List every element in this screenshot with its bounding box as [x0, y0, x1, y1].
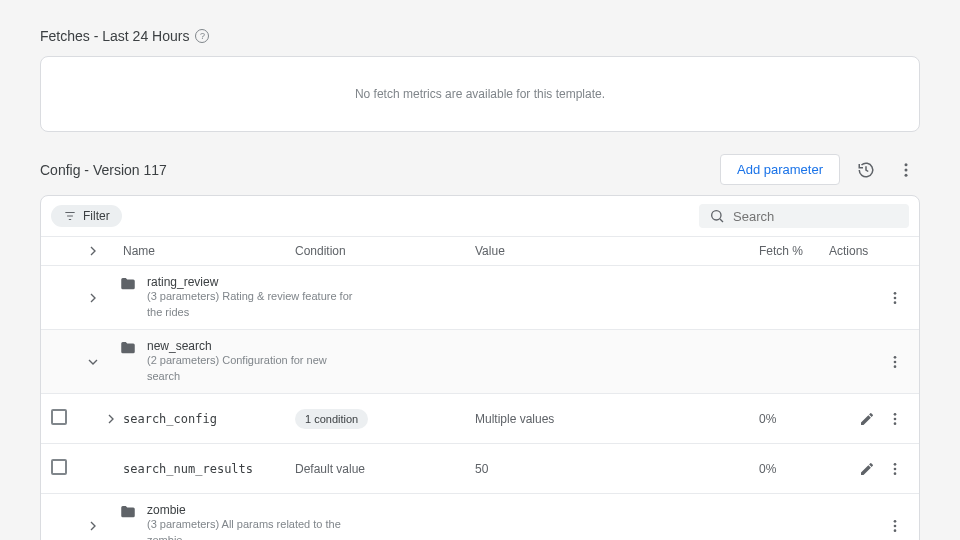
svg-point-21: [894, 524, 897, 527]
svg-point-14: [894, 413, 897, 416]
search-box[interactable]: [699, 204, 909, 228]
svg-point-13: [894, 365, 897, 368]
search-input[interactable]: [733, 209, 901, 224]
param-name: search_config: [123, 412, 217, 426]
chevron-right-icon[interactable]: [85, 243, 101, 259]
group-name: rating_review: [147, 275, 357, 289]
row-more-icon[interactable]: [887, 518, 903, 534]
param-name: search_num_results: [123, 462, 253, 476]
col-condition: Condition: [295, 244, 475, 258]
config-title: Config - Version 117: [40, 162, 167, 178]
condition-text: Default value: [295, 462, 365, 476]
help-icon[interactable]: ?: [195, 29, 209, 43]
chevron-down-icon[interactable]: [85, 354, 101, 370]
svg-point-6: [712, 211, 721, 220]
svg-point-19: [894, 472, 897, 475]
more-icon[interactable]: [892, 156, 920, 184]
edit-icon[interactable]: [859, 411, 875, 427]
group-row[interactable]: zombie(3 parameters) All params related …: [41, 494, 919, 540]
svg-point-22: [894, 529, 897, 532]
group-name: zombie: [147, 503, 357, 517]
filter-button[interactable]: Filter: [51, 205, 122, 227]
condition-chip: 1 condition: [295, 409, 368, 429]
svg-point-16: [894, 422, 897, 425]
search-icon: [709, 208, 725, 224]
folder-icon: [119, 503, 137, 521]
row-checkbox[interactable]: [51, 459, 67, 475]
col-value: Value: [475, 244, 759, 258]
value-text: 50: [475, 462, 488, 476]
col-actions: Actions: [829, 244, 909, 258]
value-text: Multiple values: [475, 412, 554, 426]
add-parameter-label: Add parameter: [737, 162, 823, 177]
svg-point-20: [894, 520, 897, 523]
svg-point-8: [894, 292, 897, 295]
fetch-text: 0%: [759, 462, 776, 476]
edit-icon[interactable]: [859, 461, 875, 477]
svg-point-1: [905, 168, 908, 171]
group-desc: (3 parameters) Rating & review feature f…: [147, 289, 357, 320]
row-more-icon[interactable]: [887, 411, 903, 427]
filter-label: Filter: [83, 209, 110, 223]
chevron-right-icon[interactable]: [103, 411, 119, 427]
history-icon[interactable]: [852, 156, 880, 184]
fetches-empty-message: No fetch metrics are available for this …: [355, 87, 605, 101]
folder-icon: [119, 275, 137, 293]
row-checkbox[interactable]: [51, 409, 67, 425]
col-fetch: Fetch %: [759, 244, 829, 258]
svg-point-12: [894, 360, 897, 363]
group-name: new_search: [147, 339, 357, 353]
row-more-icon[interactable]: [887, 461, 903, 477]
svg-point-2: [905, 173, 908, 176]
row-more-icon[interactable]: [887, 290, 903, 306]
config-title-text: Config - Version 117: [40, 162, 167, 178]
add-parameter-button[interactable]: Add parameter: [720, 154, 840, 185]
config-table: Filter Name Condition Value Fetch % Acti…: [40, 195, 920, 540]
group-row[interactable]: new_search(2 parameters) Configuration f…: [41, 330, 919, 394]
svg-point-17: [894, 463, 897, 466]
group-desc: (2 parameters) Configuration for new sea…: [147, 353, 357, 384]
svg-point-18: [894, 467, 897, 470]
param-row[interactable]: search_config1 conditionMultiple values0…: [41, 394, 919, 444]
group-desc: (3 parameters) All params related to the…: [147, 517, 357, 540]
svg-point-15: [894, 417, 897, 420]
fetch-text: 0%: [759, 412, 776, 426]
chevron-right-icon[interactable]: [85, 290, 101, 306]
chevron-right-icon[interactable]: [85, 518, 101, 534]
svg-point-10: [894, 301, 897, 304]
svg-point-9: [894, 296, 897, 299]
param-row[interactable]: search_num_resultsDefault value500%: [41, 444, 919, 494]
svg-point-0: [905, 163, 908, 166]
svg-line-7: [720, 219, 723, 222]
fetches-title-text: Fetches - Last 24 Hours: [40, 28, 189, 44]
group-row[interactable]: rating_review(3 parameters) Rating & rev…: [41, 266, 919, 330]
fetches-title: Fetches - Last 24 Hours ?: [40, 28, 920, 44]
col-name: Name: [119, 244, 295, 258]
fetches-empty-card: No fetch metrics are available for this …: [40, 56, 920, 132]
row-more-icon[interactable]: [887, 354, 903, 370]
table-header: Name Condition Value Fetch % Actions: [41, 236, 919, 266]
svg-point-11: [894, 356, 897, 359]
folder-icon: [119, 339, 137, 357]
